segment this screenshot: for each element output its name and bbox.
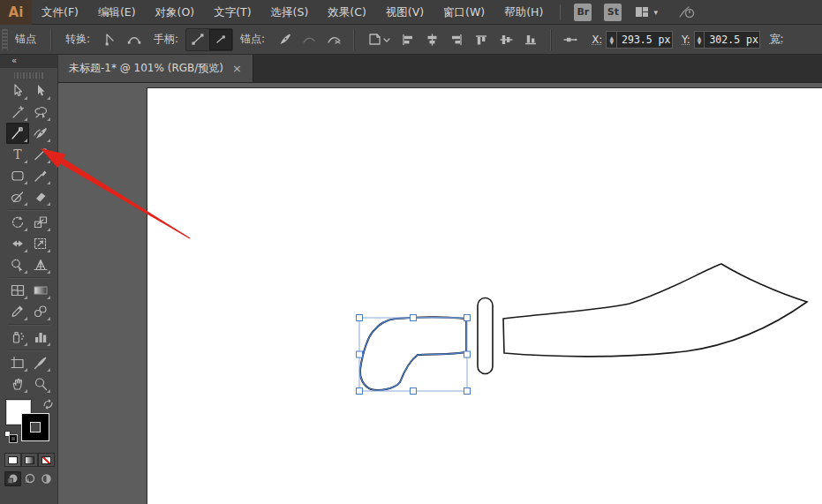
show-handles-button[interactable] (186, 29, 209, 50)
align-top-button[interactable] (470, 29, 493, 50)
type-tool[interactable]: T (6, 144, 29, 165)
stepper-down-icon: ▼ (698, 40, 702, 44)
line-segment-tool[interactable] (29, 144, 52, 165)
draw-inside-button[interactable] (38, 471, 55, 486)
swap-fill-stroke-icon[interactable] (42, 399, 54, 410)
scale-icon (32, 214, 49, 230)
panel-collapse-button[interactable]: « (0, 55, 57, 68)
menu-window[interactable]: 窗口(W) (434, 0, 494, 25)
menu-effect[interactable]: 效果(C) (318, 0, 375, 25)
pen-icon (32, 125, 49, 141)
blend-tool[interactable] (29, 301, 52, 322)
paintbrush-tool[interactable] (29, 165, 52, 186)
color-mode-icon (8, 456, 18, 464)
draw-behind-button[interactable] (21, 471, 38, 486)
color-mode-button[interactable] (4, 453, 21, 467)
align-middle-vertical-button[interactable] (494, 29, 517, 50)
hand-tool[interactable] (6, 373, 29, 395)
zoom-icon (32, 376, 49, 392)
convert-corner-button[interactable] (98, 29, 121, 50)
control-bar-grip[interactable] (2, 29, 8, 50)
direct-selection-tool[interactable] (6, 80, 29, 102)
shape-builder-icon (9, 257, 26, 273)
tools-panel: « (0, 55, 58, 504)
isolate-object-button[interactable] (362, 29, 394, 50)
mesh-tool[interactable] (6, 280, 29, 301)
width-label[interactable]: 宽: (769, 32, 783, 47)
stroke-color-swatch[interactable] (22, 414, 49, 440)
pen-tool[interactable] (29, 123, 52, 144)
magic-wand-tool[interactable] (6, 102, 29, 123)
align-bottom-button[interactable] (519, 29, 542, 50)
hide-handles-icon (213, 32, 229, 47)
hand-icon (9, 376, 26, 392)
free-transform-tool[interactable] (29, 233, 52, 254)
menu-help[interactable]: 帮助(H) (494, 0, 553, 25)
align-center-horizontal-button[interactable] (420, 29, 443, 50)
y-stepper[interactable]: ▲ ▼ (694, 31, 705, 49)
x-stepper[interactable]: ▲ ▼ (606, 31, 616, 49)
rectangle-tool[interactable] (6, 165, 29, 186)
width-tool[interactable] (6, 233, 29, 254)
connect-endpoints-button[interactable] (298, 29, 321, 50)
document-tab[interactable]: 未标题-1* @ 101% (RGB/预览) × (58, 55, 253, 82)
stock-button[interactable]: St (604, 4, 622, 21)
workspace-switcher[interactable]: ▾ (635, 6, 658, 18)
rotate-tool[interactable] (6, 212, 29, 233)
panel-grip[interactable] (14, 72, 44, 79)
y-label[interactable]: Y: (682, 34, 690, 46)
delete-anchor-button[interactable] (273, 29, 296, 50)
menu-edit[interactable]: 编辑(E) (88, 0, 146, 25)
menu-view[interactable]: 视图(V) (376, 0, 434, 25)
slice-tool[interactable] (29, 352, 52, 373)
blend-icon (32, 304, 49, 320)
eraser-tool[interactable] (29, 186, 52, 207)
symbol-sprayer-tool[interactable] (6, 327, 29, 348)
gradient-tool[interactable] (29, 280, 52, 301)
magic-wand-icon (9, 104, 26, 120)
launch-icon[interactable] (677, 4, 697, 20)
menu-type[interactable]: 文字(T) (204, 0, 260, 25)
align-left-button[interactable] (396, 29, 419, 50)
y-input[interactable]: 302.5 px (704, 31, 760, 49)
lasso-tool[interactable] (29, 102, 52, 123)
artboard-tool[interactable] (6, 352, 29, 373)
align-right-button[interactable] (445, 29, 468, 50)
convert-smooth-icon (126, 32, 142, 47)
control-panel-label: 锚点 (15, 32, 36, 47)
bridge-button[interactable]: Br (574, 4, 592, 21)
eyedropper-tool[interactable] (6, 301, 29, 322)
x-label[interactable]: X: (592, 34, 602, 46)
canvas-area[interactable] (58, 83, 822, 504)
scale-tool[interactable] (29, 212, 52, 233)
shape-builder-tool[interactable] (6, 254, 29, 275)
convert-smooth-button[interactable] (123, 29, 146, 50)
x-input[interactable]: 293.5 px (616, 31, 673, 49)
perspective-grid-tool[interactable] (29, 254, 52, 275)
rotate-icon (9, 214, 26, 230)
draw-normal-button[interactable] (4, 471, 21, 486)
default-fill-stroke-icon[interactable] (4, 431, 17, 442)
reference-point-button[interactable] (559, 29, 582, 50)
gradient-mode-button[interactable] (21, 453, 38, 467)
pencil-tool[interactable] (6, 186, 29, 207)
column-graph-tool[interactable] (29, 327, 52, 348)
hide-handles-button[interactable] (209, 29, 232, 50)
menu-select[interactable]: 选择(S) (261, 0, 319, 25)
delete-anchor-icon (276, 32, 293, 47)
menu-object[interactable]: 对象(O) (146, 0, 205, 25)
close-icon[interactable]: × (232, 63, 242, 74)
anchor-point-icon (9, 125, 26, 141)
convert-corner-icon (102, 32, 117, 47)
selection-tool[interactable] (29, 80, 52, 102)
gradient-mode-icon (25, 456, 34, 464)
cut-path-button[interactable] (322, 29, 345, 50)
illustrator-window: Ai 文件(F) 编辑(E) 对象(O) 文字(T) 选择(S) 效果(C) 视… (0, 0, 822, 504)
mesh-icon (9, 282, 26, 298)
none-mode-button[interactable] (38, 453, 55, 467)
menu-file[interactable]: 文件(F) (32, 0, 88, 25)
slice-icon (32, 355, 49, 371)
artboard[interactable] (147, 87, 822, 504)
zoom-tool[interactable] (29, 373, 52, 395)
anchor-point-tool[interactable] (6, 123, 29, 144)
